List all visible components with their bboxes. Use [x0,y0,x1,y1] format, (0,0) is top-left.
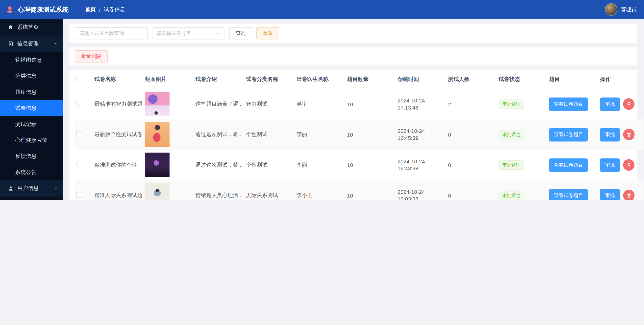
view-questions-button[interactable]: 查看试卷题目 [549,97,588,111]
status-badge: 审批通过 [499,160,524,169]
sidebar-item-health-promo[interactable]: 心理健康宣传 [0,132,63,148]
main-content: 请选择试卷分类 查询 重置 批量删除 试卷 [63,19,644,200]
batch-toolbar: 批量删除 [69,47,637,66]
approve-button[interactable]: 审批 [600,97,620,111]
batch-delete-button[interactable]: 批量删除 [75,50,108,62]
tester-count-cell: 0 [447,119,497,150]
view-questions-button[interactable]: 查看试卷题目 [549,158,588,172]
user-avatar[interactable] [605,3,617,16]
question-count-cell: 10 [345,119,396,150]
row-checkbox[interactable] [76,101,82,106]
sidebar-item-category[interactable]: 分类信息 [0,68,63,84]
username-label: 管理员 [621,6,636,13]
table-row: 精准测试你的个性 通过这次测试，希... 个性测试 李丽 10 2024-10-… [75,150,643,180]
approve-button[interactable]: 审批 [600,128,620,141]
breadcrumb-current: 试卷信息 [104,6,125,13]
sidebar-item-exam-papers[interactable]: 试卷信息 [0,100,63,116]
column-header: 出卷医生名称 [295,70,345,89]
column-header: 题目数量 [345,70,396,89]
select-all-checkbox[interactable] [76,76,82,82]
chevron-up-icon [53,41,58,46]
question-count-cell: 10 [345,180,396,200]
status-badge: 审批通过 [499,191,524,200]
row-checkbox[interactable] [76,192,82,198]
sidebar-item-question-bank[interactable]: 题库信息 [0,84,63,100]
doctor-name-cell: 李丽 [295,150,345,180]
status-badge: 审批通过 [499,130,524,139]
table-body: 最精准的智力测试题 这些题目涵盖了逻... 智力测试 吴宇 10 2024-10… [75,89,643,200]
column-header: 试卷介绍 [194,70,244,89]
sidebar-item-home[interactable]: 系统首页 [0,19,63,35]
breadcrumb-separator: / [99,6,101,12]
exam-table-card: 试卷名称 封面图片 试卷介绍 试卷分类名称 出卷医生名称 题目数量 创建时间 测… [69,70,637,200]
trash-icon [626,132,631,137]
exam-category-cell: 人际关系测试 [244,180,295,200]
user-menu[interactable]: 管理员 [605,3,637,16]
created-time: 16:43:38 [398,165,445,172]
column-header: 封面图片 [143,70,194,89]
column-header: 试卷名称 [93,70,143,89]
breadcrumb-home[interactable]: 首页 [85,6,96,13]
approve-button[interactable]: 审批 [600,158,620,172]
sidebar-item-user-info[interactable]: 用户信息 [0,197,63,200]
delete-button[interactable] [623,190,635,200]
exam-name-cell: 最精准的智力测试题 [93,89,143,119]
created-time-cell: 2024-10-24 17:13:48 [396,89,447,119]
sidebar-group-label: 信息管理 [17,40,39,47]
created-time: 17:13:48 [398,104,445,111]
home-icon [8,24,14,30]
trash-icon [626,101,631,107]
delete-button[interactable] [623,98,635,110]
sidebar-item-label: 反馈信息 [15,153,37,160]
table-row: 最精准的智力测试题 这些题目涵盖了逻... 智力测试 吴宇 10 2024-10… [75,89,643,119]
sidebar-item-carousel[interactable]: 轮播图信息 [0,52,63,68]
exam-name-search-input[interactable] [75,27,148,39]
view-questions-button[interactable]: 查看试卷题目 [549,128,588,141]
sidebar-item-test-records[interactable]: 测试记录 [0,116,63,132]
app-title: 心理健康测试系统 [18,6,69,13]
cover-image [145,153,170,177]
exam-category-cell: 个性测试 [244,150,295,180]
sidebar-item-feedback[interactable]: 反馈信息 [0,148,63,164]
sidebar-group-label: 用户信息 [17,185,39,192]
delete-button[interactable] [623,159,635,171]
column-header: 题目 [548,70,599,89]
document-icon [8,41,14,47]
exam-category-cell: 个性测试 [244,119,295,150]
column-header: 创建时间 [396,70,447,89]
created-date: 2024-10-24 [398,97,445,104]
row-actions: 审批 [600,97,642,111]
query-button[interactable]: 查询 [229,27,252,39]
trash-icon [626,162,631,168]
app-header: 心理健康测试系统 首页 / 试卷信息 管理员 [0,0,644,19]
view-questions-button[interactable]: 查看试卷题目 [549,189,588,200]
delete-button[interactable] [623,129,635,140]
table-row: 最新版个性测试试卷 通过这次测试，希... 个性测试 李丽 10 2024-10… [75,119,643,150]
cover-image [145,183,170,200]
exam-name-cell: 精准测试你的个性 [93,150,143,180]
table-row: 精准人际关系测试题 情绪是人类心理活... 人际关系测试 李小玉 10 2024… [75,180,643,200]
reset-button[interactable]: 重置 [256,27,279,39]
chevron-up-icon [53,186,58,191]
row-actions: 审批 [600,189,642,200]
sidebar: 系统首页 信息管理 轮播图信息 分类信息 题库信息 试卷信息 测试记录 心理健康… [0,19,63,200]
tester-count-cell: 2 [447,89,497,119]
sidebar-item-label: 分类信息 [15,72,37,79]
column-header: 操作 [599,70,644,89]
approve-button[interactable]: 审批 [600,189,620,200]
sidebar-group-info[interactable]: 信息管理 [0,35,63,52]
breadcrumb: 首页 / 试卷信息 [85,6,125,13]
row-checkbox[interactable] [76,161,82,167]
sidebar-group-users[interactable]: 用户信息 [0,180,63,197]
sidebar-item-announcements[interactable]: 系统公告 [0,164,63,180]
doctor-name-cell: 吴宇 [295,89,345,119]
created-time-cell: 2024-10-24 16:03:38 [396,180,447,200]
row-checkbox[interactable] [76,131,82,137]
cover-image [145,122,170,147]
sidebar-item-label: 系统公告 [15,168,37,176]
exam-intro-cell: 情绪是人类心理活... [194,180,244,200]
exam-category-select[interactable]: 请选择试卷分类 [152,27,225,39]
trash-icon [626,193,631,198]
exam-intro-cell: 这些题目涵盖了逻... [194,89,244,119]
question-count-cell: 10 [345,89,396,119]
